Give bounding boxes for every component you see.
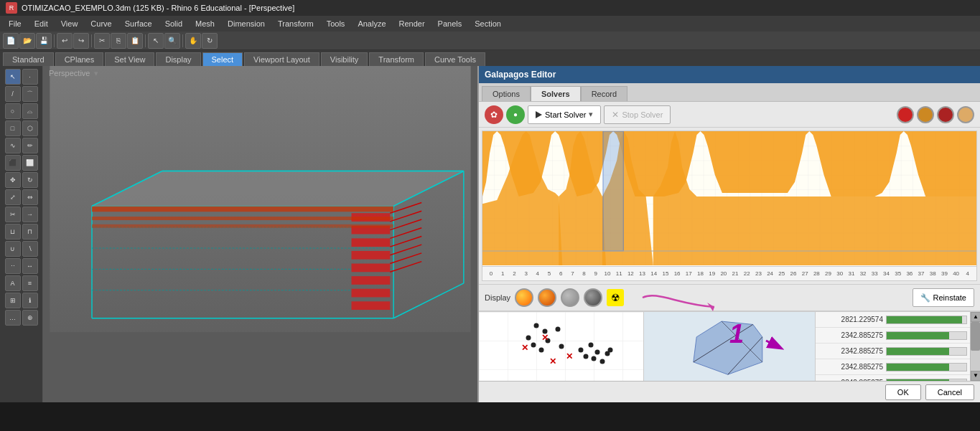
copy-btn[interactable]: ⎘ <box>111 33 126 49</box>
svg-rect-18 <box>352 251 391 260</box>
menu-analyze[interactable]: Analyze <box>352 18 391 29</box>
tab-transform[interactable]: Transform <box>369 52 424 66</box>
boolean-union[interactable]: ∪ <box>5 241 21 257</box>
new-btn[interactable]: 📄 <box>3 33 19 49</box>
cancel-button[interactable]: Cancel <box>925 384 974 400</box>
hatch-tool[interactable]: ≡ <box>22 275 38 291</box>
menu-section[interactable]: Section <box>469 18 507 29</box>
green-dot-icon[interactable]: ● <box>506 105 525 124</box>
menu-curve[interactable]: Curve <box>85 18 117 29</box>
polyline-tool[interactable]: ⌒ <box>22 86 38 102</box>
menu-dimension[interactable]: Dimension <box>222 18 271 29</box>
rhino-viewport[interactable]: Perspective ▾ <box>43 66 477 402</box>
more-tool[interactable]: … <box>5 310 21 326</box>
rotate-tool[interactable]: ↻ <box>22 172 38 188</box>
scroll-down-btn[interactable]: ▼ <box>971 371 980 381</box>
cut-btn[interactable]: ✂ <box>94 33 110 49</box>
tab-select[interactable]: Select <box>202 52 243 66</box>
flower-icon[interactable]: ✿ <box>485 105 503 124</box>
trim-tool[interactable]: ✂ <box>5 207 21 222</box>
surface-tool[interactable]: ⬛ <box>5 155 21 171</box>
rotate-btn[interactable]: ↻ <box>202 33 218 49</box>
g-tab-options[interactable]: Options <box>482 86 531 101</box>
rect-tool[interactable]: □ <box>5 120 21 136</box>
solid-tool[interactable]: ⬜ <box>22 155 38 171</box>
display-ball-2[interactable] <box>538 288 556 307</box>
menu-surface[interactable]: Surface <box>119 18 158 29</box>
tab-display[interactable]: Display <box>156 52 200 66</box>
fitness-bar <box>887 316 962 323</box>
timer-icon-4[interactable] <box>957 106 974 123</box>
freeform-tool[interactable]: ✏ <box>22 138 38 153</box>
viewport-dropdown-arrow[interactable]: ▾ <box>94 69 98 77</box>
mesh-tool[interactable]: ⋅⋅ <box>5 258 21 274</box>
tab-standard[interactable]: Standard <box>3 52 54 66</box>
explode-tool[interactable]: ⊓ <box>22 224 38 240</box>
menu-panels[interactable]: Panels <box>432 18 468 29</box>
tab-cplanes[interactable]: CPlanes <box>55 52 104 66</box>
save-btn[interactable]: 💾 <box>36 33 52 49</box>
stop-solver-button[interactable]: ✕ Stop Solver <box>604 105 671 124</box>
tab-viewport-layout[interactable]: Viewport Layout <box>244 52 319 66</box>
select-tool[interactable]: ↖ <box>5 69 21 85</box>
scatter-dot <box>608 347 613 352</box>
arc-tool[interactable]: ⌓ <box>22 103 38 119</box>
display-ball-1[interactable] <box>515 288 533 307</box>
menu-transform[interactable]: Transform <box>272 18 319 29</box>
g-tab-solvers[interactable]: Solvers <box>531 86 581 101</box>
nuclear-icon[interactable]: ☢ <box>607 289 624 306</box>
scatter-plot[interactable]: ✕ ✕ ✕ ✕ <box>479 312 644 381</box>
menu-file[interactable]: File <box>3 18 27 29</box>
start-solver-button[interactable]: Start Solver ▾ <box>528 105 601 124</box>
start-solver-dropdown[interactable]: ▾ <box>589 110 593 119</box>
undo-btn[interactable]: ↩ <box>57 33 73 49</box>
timer-icon-2[interactable] <box>917 106 934 123</box>
redo-btn[interactable]: ↪ <box>73 33 89 49</box>
fitness-scrollbar[interactable]: ▲ ▼ <box>970 312 980 381</box>
scroll-up-btn[interactable]: ▲ <box>971 312 980 322</box>
g-tab-record[interactable]: Record <box>581 86 627 101</box>
fitness-list[interactable]: 2821.229574 2342.885275 2342.885275 <box>815 312 970 381</box>
tool-row-11: ∪ ∖ <box>5 241 38 257</box>
menu-edit[interactable]: Edit <box>29 18 54 29</box>
boolean-diff[interactable]: ∖ <box>22 241 38 257</box>
menu-render[interactable]: Render <box>393 18 431 29</box>
select-btn[interactable]: ↖ <box>148 33 164 49</box>
move-tool[interactable]: ✥ <box>5 172 21 188</box>
layer-tool[interactable]: ⊞ <box>5 293 21 308</box>
timer-icon-3[interactable] <box>937 106 954 123</box>
menu-mesh[interactable]: Mesh <box>190 18 220 29</box>
text-tool[interactable]: A <box>5 275 21 291</box>
menu-tools[interactable]: Tools <box>321 18 351 29</box>
point-tool[interactable]: · <box>22 69 38 85</box>
tab-setview[interactable]: Set View <box>105 52 154 66</box>
curve-tool[interactable]: ∿ <box>5 138 21 153</box>
fitness-chart[interactable]: 0 1 2 3 4 5 6 7 8 9 10 11 12 13 14 15 16… <box>482 131 977 281</box>
ok-button[interactable]: OK <box>885 384 921 400</box>
pan-btn[interactable]: ✋ <box>185 33 201 49</box>
snap-tool[interactable]: ⊕ <box>22 310 38 326</box>
scale-tool[interactable]: ⤢ <box>5 189 21 205</box>
extend-tool[interactable]: → <box>22 207 38 222</box>
join-tool[interactable]: ⊔ <box>5 224 21 240</box>
scroll-thumb[interactable] <box>971 322 980 351</box>
polygon-tool[interactable]: ⬡ <box>22 120 38 136</box>
menu-solid[interactable]: Solid <box>159 18 188 29</box>
prop-tool[interactable]: ℹ <box>22 293 38 308</box>
mirror-tool[interactable]: ⇔ <box>22 189 38 205</box>
dim-tool[interactable]: ↔ <box>22 258 38 274</box>
display-ball-3[interactable] <box>561 288 579 307</box>
display-ball-4[interactable] <box>584 288 602 307</box>
timer-icon-1[interactable] <box>897 106 914 123</box>
tab-curve-tools[interactable]: Curve Tools <box>425 52 485 66</box>
zoom-btn[interactable]: 🔍 <box>164 33 180 49</box>
line-tool[interactable]: / <box>5 86 21 102</box>
reinstate-button[interactable]: 🔧 Reinstate <box>913 288 974 307</box>
fitness-bar-container <box>886 379 967 382</box>
open-btn[interactable]: 📂 <box>19 33 35 49</box>
circle-tool[interactable]: ○ <box>5 103 21 119</box>
paste-btn[interactable]: 📋 <box>127 33 143 49</box>
fitness-bar-container <box>886 347 967 356</box>
menu-view[interactable]: View <box>55 18 84 29</box>
tab-visibility[interactable]: Visibility <box>321 52 368 66</box>
